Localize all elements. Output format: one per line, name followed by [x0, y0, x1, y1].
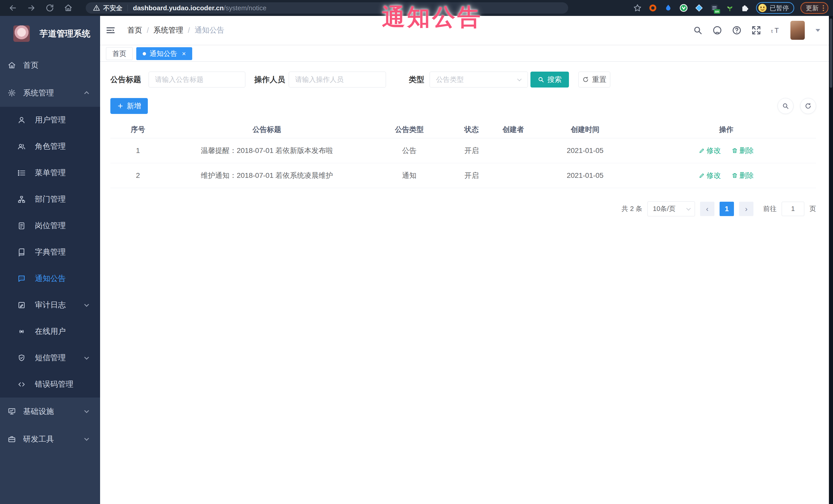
tab-notice[interactable]: 通知公告	[136, 47, 192, 60]
browser-scrollbar[interactable]	[829, 16, 833, 504]
breadcrumb-home[interactable]: 首页	[127, 25, 142, 35]
add-button[interactable]: 新增	[110, 98, 148, 114]
sms-shield-icon	[18, 354, 26, 362]
extension-drop-icon[interactable]	[664, 3, 673, 13]
column-header-index: 序号	[110, 121, 166, 138]
browser-profile-chip[interactable]: 已暂停	[756, 2, 794, 14]
toggle-search-button[interactable]	[778, 98, 793, 114]
cell-type: 通知	[368, 163, 450, 188]
page-size-label: 10条/页	[653, 204, 675, 213]
help-icon[interactable]	[732, 25, 742, 35]
address-bar[interactable]: 不安全 dashboard.yudao.iocoder.cn /system/n…	[86, 2, 568, 14]
chevron-down-icon	[84, 355, 89, 360]
tab-home[interactable]: 首页	[106, 47, 133, 60]
operator-filter-input[interactable]	[289, 72, 386, 88]
extension-on-badge-icon[interactable]: on	[710, 3, 719, 13]
prev-page-button[interactable]: ‹	[700, 202, 714, 216]
column-header-status: 状态	[450, 121, 493, 138]
page-size-select[interactable]: 10条/页	[647, 201, 695, 216]
search-icon[interactable]	[693, 25, 703, 35]
sidebar-item-menu-management[interactable]: 菜单管理	[0, 160, 100, 186]
back-arrow-icon	[8, 3, 18, 13]
browser-forward-button[interactable]	[26, 3, 37, 13]
app-title: 芋道管理系统	[40, 28, 90, 40]
browser-update-button[interactable]: 更新	[801, 2, 828, 14]
tab-close-icon[interactable]	[182, 50, 186, 57]
breadcrumb-separator: /	[147, 26, 149, 34]
page-number-button[interactable]: 1	[719, 202, 734, 216]
delete-link-label: 删除	[739, 146, 754, 155]
sidebar-item-label: 短信管理	[35, 353, 66, 363]
forward-arrow-icon	[27, 3, 36, 13]
sidebar-item-audit-log[interactable]: 审计日志	[0, 292, 100, 318]
sidebar-collapse-button[interactable]	[106, 25, 116, 35]
edit-link[interactable]: 修改	[699, 171, 721, 181]
sidebar-item-infrastructure[interactable]: 基础设施	[0, 398, 100, 425]
breadcrumb-separator: /	[188, 26, 190, 34]
edit-link-label: 修改	[707, 146, 721, 155]
online-users-icon	[18, 328, 26, 336]
extension-gem-icon[interactable]	[694, 3, 704, 13]
table-row: 2 维护通知：2018-07-01 若依系统凌晨维护 通知 开启 2021-01…	[110, 163, 816, 188]
fullscreen-icon[interactable]	[752, 25, 761, 35]
post-badge-icon	[18, 222, 26, 230]
tab-label: 通知公告	[150, 49, 177, 58]
extension-green-circle-icon[interactable]	[679, 3, 688, 13]
avatar-caret-down-icon[interactable]	[815, 29, 820, 32]
browser-chrome: 不安全 dashboard.yudao.iocoder.cn /system/n…	[0, 0, 833, 16]
cell-created-at: 2021-01-05	[534, 163, 637, 188]
sidebar-item-post-management[interactable]: 岗位管理	[0, 213, 100, 239]
next-page-button[interactable]: ›	[739, 202, 754, 216]
cell-status: 开启	[450, 163, 493, 188]
refresh-table-button[interactable]	[800, 98, 816, 114]
sidebar-item-department-management[interactable]: 部门管理	[0, 186, 100, 213]
reset-button[interactable]: 重置	[578, 72, 610, 88]
sidebar-item-notice[interactable]: 通知公告	[0, 265, 100, 292]
sidebar-item-label: 角色管理	[35, 141, 66, 152]
sidebar-item-error-code-management[interactable]: 错误码管理	[0, 371, 100, 398]
table-header-row: 序号 公告标题 公告类型 状态 创建者 创建时间 操作	[110, 121, 816, 138]
goto-page-input[interactable]	[782, 202, 804, 216]
cell-index: 1	[110, 138, 166, 163]
sidebar-item-label: 在线用户	[35, 326, 66, 337]
tab-label: 首页	[112, 49, 126, 58]
sidebar-item-home[interactable]: 首页	[0, 51, 100, 79]
extensions-puzzle-icon[interactable]	[741, 3, 750, 13]
chevron-down-icon	[687, 206, 691, 211]
browser-menu-icon[interactable]	[823, 5, 824, 11]
browser-home-button[interactable]	[63, 3, 73, 13]
edit-link[interactable]: 修改	[699, 146, 721, 155]
delete-link[interactable]: 删除	[732, 171, 754, 181]
browser-back-button[interactable]	[8, 3, 18, 13]
extension-sprout-icon[interactable]	[725, 3, 735, 13]
sidebar-item-user-management[interactable]: 用户管理	[0, 107, 100, 133]
type-filter-select[interactable]: 公告类型	[430, 72, 528, 88]
scrollbar-thumb[interactable]	[830, 19, 832, 88]
type-filter-label: 类型	[409, 74, 424, 85]
sidebar-item-sms-management[interactable]: 短信管理	[0, 345, 100, 371]
search-button[interactable]: 搜索	[530, 72, 569, 88]
sidebar-item-dev-tools[interactable]: 研发工具	[0, 425, 100, 453]
browser-reload-button[interactable]	[45, 3, 55, 13]
bookmark-star-icon[interactable]	[633, 3, 642, 13]
cell-index: 2	[110, 163, 166, 188]
trash-icon	[732, 148, 738, 154]
github-icon[interactable]	[712, 25, 722, 35]
title-filter-input[interactable]	[149, 72, 245, 88]
font-size-icon[interactable]: tT	[771, 25, 781, 35]
tags-view-bar: 首页 通知公告	[100, 45, 833, 62]
sidebar-item-system-management[interactable]: 系统管理	[0, 79, 100, 107]
sidebar-item-online-users[interactable]: 在线用户	[0, 318, 100, 345]
delete-link[interactable]: 删除	[732, 146, 754, 155]
svg-text:t: t	[771, 28, 773, 34]
breadcrumb-system[interactable]: 系统管理	[153, 25, 183, 35]
sidebar-item-dictionary-management[interactable]: 字典管理	[0, 239, 100, 265]
extension-on-badge: on	[714, 9, 720, 14]
chevron-down-icon	[84, 408, 89, 413]
chevron-down-icon	[517, 77, 522, 81]
search-icon	[782, 102, 789, 110]
extension-orange-icon[interactable]	[648, 3, 658, 13]
sidebar: 芋道管理系统 首页 系统管理 用户管理	[0, 16, 100, 504]
user-avatar[interactable]	[790, 21, 805, 40]
sidebar-item-role-management[interactable]: 角色管理	[0, 133, 100, 160]
